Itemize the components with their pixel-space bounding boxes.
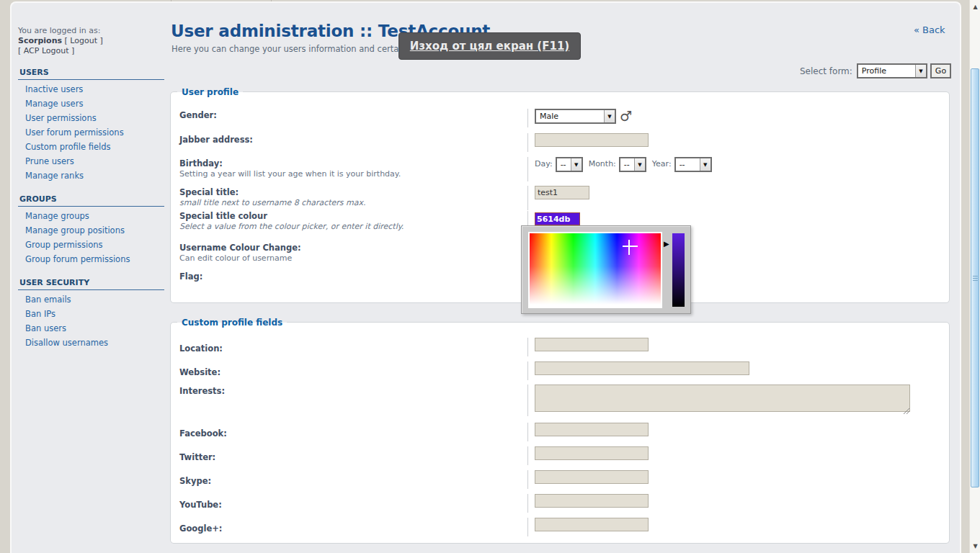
sidebar-item-ban-users[interactable]: Ban users xyxy=(18,321,164,336)
section-title-users: USERS xyxy=(18,68,164,80)
gender-select[interactable]: Male ▼ xyxy=(535,109,616,124)
sidebar-item-disallow-usernames[interactable]: Disallow usernames xyxy=(18,336,164,350)
twitter-input[interactable] xyxy=(535,446,649,460)
colour-picker-gradient[interactable] xyxy=(528,232,662,308)
sidebar-item-group-forum-permissions[interactable]: Group forum permissions xyxy=(18,252,164,266)
sidebar-item-group-permissions[interactable]: Group permissions xyxy=(18,238,164,252)
chevron-down-icon[interactable]: ▼ xyxy=(571,158,582,171)
googleplus-row: Google+: xyxy=(179,518,939,536)
twitter-label: Twitter: xyxy=(179,452,520,462)
colour-picker-popup: ▶ xyxy=(521,225,691,314)
sidebar-item-ban-ips[interactable]: Ban IPs xyxy=(18,307,164,321)
scroll-up-icon[interactable]: ▲ xyxy=(970,1,980,12)
sidebar-item-manage-users[interactable]: Manage users xyxy=(18,96,164,111)
facebook-label: Facebook: xyxy=(179,428,520,439)
special-title-input[interactable] xyxy=(535,186,589,199)
sidebar-item-prune-users[interactable]: Prune users xyxy=(18,154,164,168)
month-select[interactable]: -- ▼ xyxy=(619,157,646,172)
googleplus-input[interactable] xyxy=(535,518,649,531)
special-title-label: Special title: xyxy=(179,187,520,197)
section-title-groups: GROUPS xyxy=(18,194,164,207)
youtube-input[interactable] xyxy=(535,494,649,508)
custom-fields-legend: Custom profile fields xyxy=(177,317,287,328)
youtube-row: YouTube: xyxy=(179,494,939,513)
interests-row: Interests: xyxy=(179,385,939,416)
website-input[interactable] xyxy=(535,361,749,375)
flag-label: Flag: xyxy=(179,271,520,282)
skype-input[interactable] xyxy=(535,470,649,484)
day-label: Day: xyxy=(535,159,553,168)
logout-link[interactable]: [ Logout ] xyxy=(65,36,103,45)
day-select[interactable]: -- ▼ xyxy=(556,157,583,172)
title-colour-label: Special title colour xyxy=(179,211,520,221)
sidebar-item-manage-group-positions[interactable]: Manage group positions xyxy=(18,223,164,238)
sidebar-item-manage-groups[interactable]: Manage groups xyxy=(18,209,164,223)
scrollbar-grip-icon xyxy=(973,276,978,282)
sidebar-item-ban-emails[interactable]: Ban emails xyxy=(18,292,164,307)
username-colour-explain: Can edit colour of username xyxy=(179,253,520,264)
chevron-down-icon[interactable]: ▼ xyxy=(700,158,710,171)
month-label: Month: xyxy=(589,159,616,168)
sidebar-item-user-forum-permissions[interactable]: User forum permissions xyxy=(18,125,164,140)
interests-textarea[interactable] xyxy=(535,385,910,412)
chevron-down-icon[interactable]: ▼ xyxy=(604,110,615,122)
sidebar-section-groups: GROUPS Manage groups Manage group positi… xyxy=(18,194,164,266)
title-colour-input[interactable] xyxy=(535,212,580,225)
crosshair-icon xyxy=(623,240,638,255)
location-label: Location: xyxy=(179,343,520,354)
youtube-label: YouTube: xyxy=(179,500,520,510)
form-select-row: Select form: Profile ▼ Go xyxy=(800,63,951,78)
sidebar-item-manage-ranks[interactable]: Manage ranks xyxy=(18,168,164,183)
logged-in-as-label: You are logged in as: xyxy=(18,26,164,36)
jabber-input[interactable] xyxy=(535,133,649,147)
chevron-down-icon[interactable]: ▼ xyxy=(634,158,645,171)
section-title-user-security: USER SECURITY xyxy=(18,278,164,290)
colour-picker-value-slider[interactable] xyxy=(672,233,685,307)
sidebar-item-inactive-users[interactable]: Inactive users xyxy=(18,82,164,96)
year-select-value: -- xyxy=(676,160,687,169)
custom-profile-fields-panel: Custom profile fields Location: Website:… xyxy=(170,322,950,544)
website-row: Website: xyxy=(179,361,939,380)
sidebar-section-users: USERS Inactive users Manage users User p… xyxy=(18,68,164,183)
select-form-label: Select form: xyxy=(800,66,852,76)
male-icon: ♂ xyxy=(620,109,632,123)
sidebar-section-user-security: USER SECURITY Ban emails Ban IPs Ban use… xyxy=(18,278,164,350)
location-input[interactable] xyxy=(535,338,649,351)
vertical-scrollbar[interactable]: ▲ ▼ xyxy=(969,0,980,553)
facebook-input[interactable] xyxy=(535,423,649,436)
fullscreen-exit-tooltip-text: Изход от цял екран (F11) xyxy=(410,40,569,53)
scrollbar-thumb[interactable] xyxy=(971,68,979,487)
sidebar-item-user-permissions[interactable]: User permissions xyxy=(18,111,164,125)
special-title-row: Special title: small title next to usern… xyxy=(179,186,939,210)
facebook-row: Facebook: xyxy=(179,423,939,441)
chevron-down-icon[interactable]: ▼ xyxy=(915,65,926,77)
gender-label: Gender: xyxy=(179,110,520,120)
fullscreen-exit-tooltip: Изход от цял екран (F11) xyxy=(398,32,581,60)
interests-label: Interests: xyxy=(179,386,520,396)
jabber-label: Jabber address: xyxy=(179,135,520,145)
user-profile-legend: User profile xyxy=(177,86,243,98)
day-select-value: -- xyxy=(557,160,569,169)
username-colour-label: Username Colour Change: xyxy=(179,243,520,253)
googleplus-label: Google+: xyxy=(179,523,520,534)
scroll-down-icon[interactable]: ▼ xyxy=(970,541,980,552)
sidebar: You are logged in as: Scorpions [ Logout… xyxy=(18,26,164,350)
year-label: Year: xyxy=(652,159,672,168)
slider-marker-icon: ▶ xyxy=(664,240,669,248)
special-title-explain: small title next to username 8 character… xyxy=(179,198,520,208)
birthday-label: Birthday: xyxy=(179,158,520,168)
go-button[interactable]: Go xyxy=(930,63,951,78)
gender-row: Gender: Male ▼ ♂ xyxy=(179,109,939,127)
month-select-value: -- xyxy=(620,160,632,169)
form-select-value: Profile xyxy=(858,66,888,76)
back-link[interactable]: « Back xyxy=(914,24,945,35)
skype-row: Skype: xyxy=(179,470,939,489)
form-select[interactable]: Profile ▼ xyxy=(857,63,927,78)
year-select[interactable]: -- ▼ xyxy=(674,157,712,172)
username-label: Scorpions xyxy=(18,36,62,45)
location-row: Location: xyxy=(179,338,939,356)
acp-logout-link[interactable]: [ ACP Logout ] xyxy=(18,46,74,55)
birthday-row: Birthday: Setting a year will list your … xyxy=(179,157,939,181)
sidebar-item-custom-profile-fields[interactable]: Custom profile fields xyxy=(18,140,164,154)
twitter-row: Twitter: xyxy=(179,446,939,465)
